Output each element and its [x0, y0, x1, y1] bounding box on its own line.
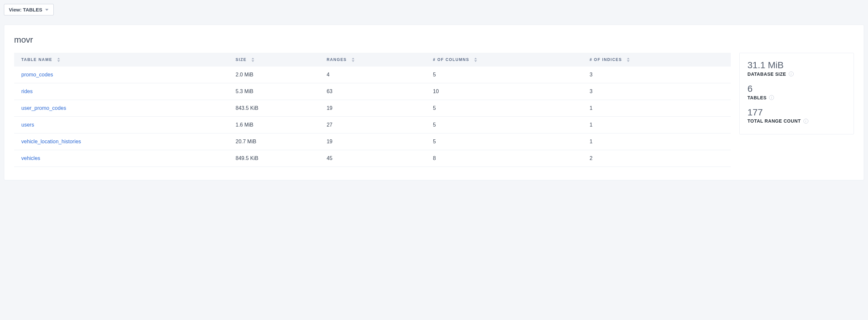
table-name-link[interactable]: vehicles: [21, 155, 40, 161]
database-name: movr: [14, 35, 854, 45]
cell-size: 843.5 KiB: [232, 100, 323, 117]
svg-marker-3: [252, 58, 254, 59]
view-selector-dropdown[interactable]: View: TABLES: [4, 4, 54, 16]
sort-icon: [352, 58, 354, 62]
stat-label: TOTAL RANGE COUNT i: [747, 118, 846, 124]
table-name-link[interactable]: rides: [21, 89, 33, 94]
cell-indices: 3: [586, 83, 731, 100]
table-row: vehicles849.5 KiB4582: [14, 150, 731, 167]
stat-range-count: 177 TOTAL RANGE COUNT i: [747, 108, 846, 124]
svg-marker-6: [352, 60, 354, 62]
cell-ranges: 63: [323, 83, 430, 100]
info-icon[interactable]: i: [804, 119, 808, 124]
cell-columns: 5: [430, 100, 586, 117]
cell-columns: 5: [430, 117, 586, 134]
cell-ranges: 27: [323, 117, 430, 134]
cell-size: 20.7 MiB: [232, 134, 323, 150]
stats-panel: 31.1 MiB DATABASE SIZE i 6 TABLES i 177 …: [739, 53, 854, 135]
svg-marker-5: [352, 58, 354, 59]
cell-size: 5.3 MiB: [232, 83, 323, 100]
sort-icon: [627, 58, 629, 62]
table-name-link[interactable]: user_promo_codes: [21, 105, 66, 111]
col-header-indices[interactable]: # of Indices: [586, 53, 731, 66]
cell-indices: 1: [586, 100, 731, 117]
col-header-ranges[interactable]: Ranges: [323, 53, 430, 66]
cell-size: 2.0 MiB: [232, 66, 323, 83]
cell-size: 1.6 MiB: [232, 117, 323, 134]
table-row: user_promo_codes843.5 KiB1951: [14, 100, 731, 117]
cell-ranges: 19: [323, 100, 430, 117]
stat-label: DATABASE SIZE i: [747, 71, 846, 77]
cell-columns: 5: [430, 134, 586, 150]
svg-marker-8: [474, 60, 477, 62]
stat-value: 31.1 MiB: [747, 60, 846, 70]
table-name-link[interactable]: users: [21, 122, 34, 127]
svg-marker-10: [627, 60, 629, 62]
cell-indices: 3: [586, 66, 731, 83]
cell-columns: 8: [430, 150, 586, 167]
stat-database-size: 31.1 MiB DATABASE SIZE i: [747, 60, 846, 77]
cell-ranges: 45: [323, 150, 430, 167]
stat-value: 6: [747, 84, 846, 94]
svg-marker-9: [627, 58, 629, 59]
cell-indices: 1: [586, 117, 731, 134]
info-icon[interactable]: i: [769, 95, 774, 100]
svg-marker-7: [474, 58, 477, 59]
info-icon[interactable]: i: [789, 71, 794, 77]
table-row: rides5.3 MiB63103: [14, 83, 731, 100]
col-header-table-name[interactable]: Table Name: [14, 53, 232, 66]
stat-label: TABLES i: [747, 95, 846, 100]
table-row: users1.6 MiB2751: [14, 117, 731, 134]
table-row: promo_codes2.0 MiB453: [14, 66, 731, 83]
col-header-size[interactable]: Size: [232, 53, 323, 66]
cell-size: 849.5 KiB: [232, 150, 323, 167]
col-header-columns[interactable]: # of Columns: [430, 53, 586, 66]
table-name-link[interactable]: promo_codes: [21, 72, 53, 77]
table-name-link[interactable]: vehicle_location_histories: [21, 139, 81, 144]
svg-marker-2: [57, 60, 60, 62]
cell-ranges: 4: [323, 66, 430, 83]
stat-value: 177: [747, 108, 846, 118]
caret-down-icon: [45, 8, 49, 12]
stat-tables: 6 TABLES i: [747, 84, 846, 100]
view-selector-prefix: View: TABLES: [9, 7, 42, 12]
svg-marker-1: [57, 58, 60, 59]
svg-marker-4: [252, 60, 254, 62]
tables-list: Table Name Size: [14, 53, 731, 167]
cell-indices: 1: [586, 134, 731, 150]
table-row: vehicle_location_histories20.7 MiB1951: [14, 134, 731, 150]
cell-ranges: 19: [323, 134, 430, 150]
database-card: movr Table Name Size: [4, 25, 864, 180]
sort-icon: [252, 58, 254, 62]
cell-columns: 5: [430, 66, 586, 83]
sort-icon: [57, 58, 60, 62]
cell-indices: 2: [586, 150, 731, 167]
svg-marker-0: [45, 9, 49, 11]
cell-columns: 10: [430, 83, 586, 100]
sort-icon: [474, 58, 477, 62]
